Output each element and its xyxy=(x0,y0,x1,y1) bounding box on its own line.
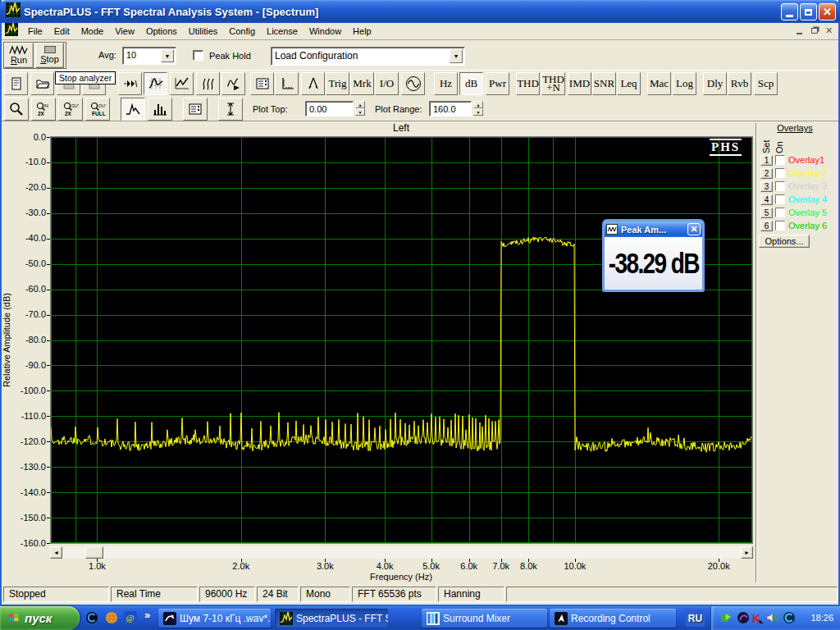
load-configuration-combobox[interactable]: Load Configuration ▼ xyxy=(271,47,465,66)
spectrum-curve-button[interactable] xyxy=(121,98,145,121)
tray-update-icon[interactable] xyxy=(720,611,733,624)
menu-config[interactable]: Config xyxy=(223,24,261,39)
zoom-cursor-button[interactable] xyxy=(4,98,29,121)
mdi-close-button[interactable]: ✕ xyxy=(823,25,835,36)
open-folder-icon[interactable] xyxy=(30,72,54,95)
zoom-out-2x-button[interactable]: OUT2X xyxy=(58,98,83,121)
zoom-in-2x-button[interactable]: IN2X xyxy=(31,98,56,121)
horizontal-scrollbar[interactable]: ◄ ► xyxy=(50,546,753,559)
overlay-set-button-6[interactable]: 6 xyxy=(760,221,773,231)
plot-area[interactable] xyxy=(50,136,753,544)
peak-window-titlebar[interactable]: Peak Am... ✕ xyxy=(605,221,702,237)
overlay-on-checkbox-5[interactable] xyxy=(775,208,785,217)
overlay-on-checkbox-4[interactable] xyxy=(775,194,785,204)
menu-options[interactable]: Options xyxy=(140,24,183,39)
overlay-set-button-1[interactable]: 1 xyxy=(760,155,773,166)
dly-button[interactable]: Dly xyxy=(703,72,727,95)
scrollbar-thumb[interactable] xyxy=(85,546,103,559)
menu-license[interactable]: License xyxy=(261,24,304,39)
tray-media-icon[interactable] xyxy=(737,611,750,624)
new-file-icon[interactable] xyxy=(4,72,28,95)
close-button[interactable]: ✕ xyxy=(819,3,836,21)
mdi-restore-button[interactable] xyxy=(808,25,820,36)
language-indicator[interactable]: RU xyxy=(686,609,705,627)
start-button[interactable]: пуск xyxy=(0,606,80,630)
thdn-button[interactable]: THD+N xyxy=(541,72,565,95)
quicklaunch-mail-icon[interactable]: @ xyxy=(124,611,137,624)
plot-top-field[interactable]: 0.00 xyxy=(305,101,354,116)
overlays-options-button[interactable]: Options... xyxy=(759,235,810,248)
trigger-button[interactable]: Trig xyxy=(326,72,349,95)
menu-view[interactable]: View xyxy=(109,24,140,39)
overlay-on-checkbox-3[interactable] xyxy=(775,181,785,191)
hz-button[interactable]: Hz xyxy=(434,72,458,95)
scroll-right-arrow[interactable]: ► xyxy=(741,546,753,559)
avg-dropdown-arrow[interactable]: ▼ xyxy=(161,49,174,62)
load-configuration-dropdown-arrow[interactable]: ▼ xyxy=(450,49,463,63)
plot-top-spinner[interactable]: ▲▼ xyxy=(355,101,365,116)
peak-window-close-button[interactable]: ✕ xyxy=(687,223,701,235)
overlay-set-button-4[interactable]: 4 xyxy=(760,194,773,205)
menu-help[interactable]: Help xyxy=(347,24,377,39)
taskbar-button[interactable]: SpectraPLUS - FFT Sp... xyxy=(275,609,388,628)
plot-range-spinner[interactable]: ▲▼ xyxy=(473,101,483,116)
amplitude-range-button[interactable] xyxy=(218,98,243,121)
surface-plot-icon[interactable] xyxy=(221,72,245,95)
settings-panel-icon[interactable] xyxy=(250,72,274,95)
display-options-button[interactable] xyxy=(183,98,208,121)
calipers-icon[interactable] xyxy=(301,72,325,95)
tray-volume-icon[interactable] xyxy=(766,611,779,624)
menu-mode[interactable]: Mode xyxy=(75,24,110,39)
snr-button[interactable]: SNR xyxy=(592,72,616,95)
plot-range-field[interactable]: 160.0 xyxy=(429,101,472,116)
quicklaunch-browser-icon[interactable] xyxy=(85,611,98,624)
mdi-minimize-button[interactable] xyxy=(793,25,806,36)
maximize-button[interactable] xyxy=(800,3,817,21)
overlay-on-checkbox-1[interactable] xyxy=(775,155,785,165)
playback-spectrum-icon[interactable] xyxy=(118,72,142,95)
minimize-button[interactable] xyxy=(781,3,798,21)
peak-hold-checkbox[interactable] xyxy=(193,50,203,61)
signal-generator-icon[interactable] xyxy=(401,72,425,95)
thd-button[interactable]: THD xyxy=(516,72,540,95)
menu-edit[interactable]: Edit xyxy=(48,24,75,39)
time-series-icon[interactable] xyxy=(170,72,194,95)
mac-button[interactable]: Mac xyxy=(647,72,671,95)
taskbar-button[interactable]: Шум 7-10 кГц .wav*... xyxy=(158,609,271,628)
spectrum-view-icon[interactable] xyxy=(144,72,167,95)
io-button[interactable]: I/O xyxy=(375,72,399,95)
scale-ruler-icon[interactable] xyxy=(275,72,299,95)
overlay-set-button-3[interactable]: 3 xyxy=(760,181,773,192)
scroll-left-arrow[interactable]: ◄ xyxy=(50,546,62,559)
marker-button[interactable]: Mrk xyxy=(350,72,374,95)
spectrum-bars-button[interactable] xyxy=(148,98,172,121)
run-button[interactable]: Run xyxy=(4,43,34,68)
run-label: un xyxy=(17,55,27,65)
quicklaunch-globe-icon[interactable] xyxy=(105,611,118,624)
overlay-set-button-5[interactable]: 5 xyxy=(760,208,773,218)
stop-button[interactable]: Stop xyxy=(35,43,64,68)
taskbar-button[interactable]: Surround Mixer xyxy=(422,609,547,628)
log-button[interactable]: Log xyxy=(673,72,696,95)
plot-range-label: Plot Range: xyxy=(375,104,422,114)
imd-button[interactable]: IMD xyxy=(568,72,591,95)
tray-antivirus-icon[interactable]: K xyxy=(751,611,765,624)
tray-switcher-icon[interactable] xyxy=(783,611,796,624)
menu-file[interactable]: File xyxy=(22,24,48,39)
spectrum-curve-icon xyxy=(125,101,141,117)
leq-button[interactable]: Leq xyxy=(617,72,641,95)
menu-utilities[interactable]: Utilities xyxy=(183,24,223,39)
zoom-out-full-button[interactable]: OUTFULL xyxy=(85,98,110,121)
pwr-button[interactable]: Pwr xyxy=(486,72,509,95)
rvb-button[interactable]: Rvb xyxy=(728,72,751,95)
spectrogram-icon[interactable] xyxy=(196,72,220,95)
scp-button[interactable]: Scp xyxy=(754,72,778,95)
db-button[interactable]: dB xyxy=(459,72,483,95)
taskbar-button[interactable]: Recording Control xyxy=(550,609,676,628)
quicklaunch-chevron[interactable]: » xyxy=(144,609,150,621)
menu-window[interactable]: Window xyxy=(304,24,347,39)
overlay-on-checkbox-2[interactable] xyxy=(775,168,785,178)
overlay-on-checkbox-6[interactable] xyxy=(775,221,785,231)
avg-combobox[interactable]: 10 ▼ xyxy=(122,47,176,65)
overlay-set-button-2[interactable]: 2 xyxy=(760,168,773,179)
